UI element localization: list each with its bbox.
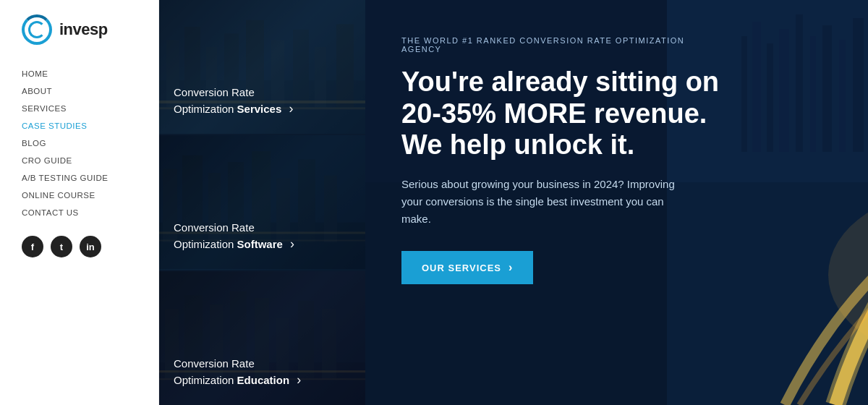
svg-rect-43 <box>796 14 803 152</box>
panel-education-arrow: › <box>297 372 301 387</box>
facebook-icon[interactable]: f <box>22 236 43 257</box>
logo-text: invesp <box>59 20 108 39</box>
panel-software-arrow: › <box>290 236 294 251</box>
nav-item-contact[interactable]: CONTACT US <box>22 204 137 221</box>
hero-subtext: Serious about growing your business in 2… <box>401 176 676 228</box>
nav-link-about[interactable]: ABOUT <box>22 82 137 100</box>
nav-item-case-studies[interactable]: CASE STUDIES <box>22 117 137 135</box>
nav-link-contact[interactable]: CONTACT US <box>22 204 137 221</box>
panel-services-line2: Optimization Services › <box>174 103 293 115</box>
panel-services[interactable]: Conversion Rate Optimization Services › <box>159 0 365 134</box>
panel-software-line2: Optimization Software › <box>174 238 294 250</box>
logo-icon <box>22 14 52 45</box>
svg-rect-47 <box>853 18 864 152</box>
hero-content: THE WORLD #1 RANKED CONVERSION RATE OPTI… <box>365 0 763 320</box>
panel-software-content: Conversion Rate Optimization Software › <box>159 135 365 269</box>
nav-link-blog[interactable]: BLOG <box>22 135 137 152</box>
panel-services-line1: Conversion Rate <box>174 85 351 100</box>
panel-services-arrow: › <box>289 101 293 116</box>
hero-tagline: THE WORLD #1 RANKED CONVERSION RATE OPTI… <box>401 36 727 54</box>
panel-services-text: Conversion Rate Optimization Services › <box>174 85 351 118</box>
hero-cta-label: OUR SERVICES <box>422 263 501 273</box>
svg-rect-44 <box>810 36 816 152</box>
svg-rect-41 <box>767 43 773 152</box>
nav-item-services[interactable]: SERVICES <box>22 100 137 117</box>
nav-link-ab-testing[interactable]: A/B TESTING GUIDE <box>22 169 137 187</box>
svg-rect-45 <box>822 25 832 152</box>
panel-services-content: Conversion Rate Optimization Services › <box>159 0 365 134</box>
panel-education[interactable]: Conversion Rate Optimization Education › <box>159 271 365 405</box>
hero-section: THE WORLD #1 RANKED CONVERSION RATE OPTI… <box>365 0 868 405</box>
linkedin-icon[interactable]: in <box>80 236 101 257</box>
nav-link-home[interactable]: HOME <box>22 65 137 82</box>
nav-item-online-course[interactable]: ONLINE COURSE <box>22 187 137 204</box>
hero-headline: You're already sitting on 20-35% MORE re… <box>401 67 727 161</box>
nav-link-cro-guide[interactable]: CRO GUIDE <box>22 152 137 169</box>
hero-cta-button[interactable]: OUR SERVICES › <box>401 251 533 284</box>
panel-software-text: Conversion Rate Optimization Software › <box>174 220 351 253</box>
sidebar: invesp HOME ABOUT SERVICES CASE STUDIES … <box>0 0 159 405</box>
svg-rect-42 <box>779 29 789 152</box>
panel-software-line1: Conversion Rate <box>174 220 351 235</box>
nav-item-home[interactable]: HOME <box>22 65 137 82</box>
social-icons: f t in <box>22 236 137 257</box>
panel-education-line1: Conversion Rate <box>174 356 351 371</box>
nav-item-blog[interactable]: BLOG <box>22 135 137 152</box>
panel-education-line2: Optimization Education › <box>174 374 301 386</box>
nav-link-services[interactable]: SERVICES <box>22 100 137 117</box>
panel-education-content: Conversion Rate Optimization Education › <box>159 271 365 405</box>
nav-link-online-course[interactable]: ONLINE COURSE <box>22 187 137 204</box>
hero-cta-arrow: › <box>509 261 513 274</box>
nav-link-case-studies[interactable]: CASE STUDIES <box>22 117 137 135</box>
svg-rect-46 <box>839 40 846 152</box>
nav-menu: HOME ABOUT SERVICES CASE STUDIES BLOG CR… <box>22 65 137 221</box>
panel-education-text: Conversion Rate Optimization Education › <box>174 356 351 389</box>
twitter-icon[interactable]: t <box>51 236 72 257</box>
nav-item-ab-testing[interactable]: A/B TESTING GUIDE <box>22 169 137 187</box>
panel-software[interactable]: Conversion Rate Optimization Software › <box>159 135 365 269</box>
logo-area[interactable]: invesp <box>22 14 137 45</box>
nav-item-cro-guide[interactable]: CRO GUIDE <box>22 152 137 169</box>
nav-item-about[interactable]: ABOUT <box>22 82 137 100</box>
menu-panels: Conversion Rate Optimization Services › <box>159 0 365 405</box>
